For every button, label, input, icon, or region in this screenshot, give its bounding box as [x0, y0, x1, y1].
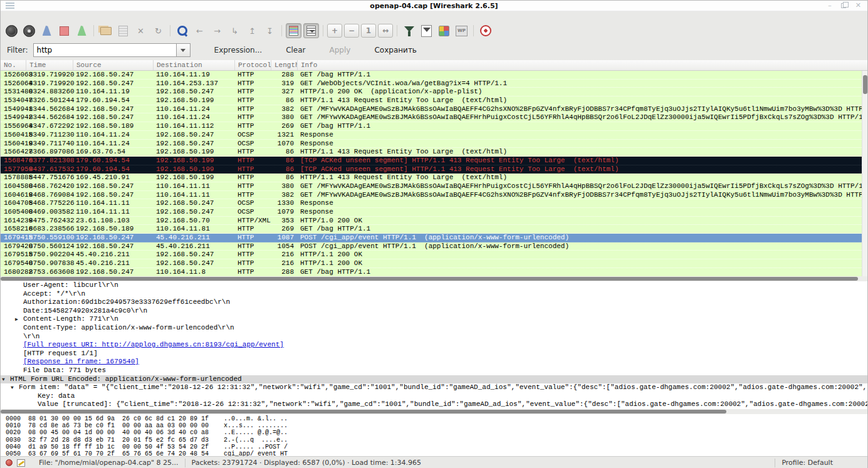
- expander-icon[interactable]: [15, 281, 23, 290]
- detail-line[interactable]: Authorization:69d1bc2949573e3337629eff61…: [1, 298, 867, 307]
- expander-icon[interactable]: [15, 290, 23, 299]
- colorize-packets-icon[interactable]: [286, 23, 301, 38]
- packet-row[interactable]: 1577959 8437.617532 179.60.194.54 192.16…: [1, 165, 862, 174]
- packet-row[interactable]: 1658216 8683.238566 192.168.50.189 110.1…: [1, 225, 862, 234]
- maximize-button[interactable]: [841, 3, 846, 8]
- save-file-icon[interactable]: [115, 23, 131, 38]
- expander-icon[interactable]: [15, 350, 23, 358]
- expander-icon[interactable]: ▼: [2, 375, 10, 384]
- go-forward-icon[interactable]: →: [209, 23, 225, 38]
- capture-filters-icon[interactable]: [401, 23, 417, 38]
- filter-input[interactable]: [33, 43, 176, 57]
- packet-row[interactable]: 1560415 8349.711230 110.164.11.24 192.16…: [1, 131, 862, 140]
- display-filters-icon[interactable]: [419, 23, 434, 38]
- packet-row[interactable]: 1549941 8344.562684 192.168.50.247 110.1…: [1, 105, 862, 114]
- expander-icon[interactable]: [15, 367, 23, 375]
- detail-line[interactable]: Date:15458274920x281a4c9c0\r\n: [1, 307, 867, 316]
- start-capture-icon[interactable]: [39, 23, 55, 38]
- find-packet-icon[interactable]: [174, 23, 190, 38]
- detail-line[interactable]: [Full request URI: http://applog.dhgames…: [1, 341, 867, 350]
- open-file-icon[interactable]: [98, 23, 113, 38]
- packet-row[interactable]: 1604705 8468.775226 110.164.11.11 192.16…: [1, 199, 862, 208]
- packet-row[interactable]: 1679540 8750.907838 45.40.216.211 192.16…: [1, 259, 862, 268]
- column-time[interactable]: Time: [26, 60, 73, 70]
- details-horizontal-scrollbar[interactable]: [1, 409, 867, 414]
- expert-info-icon[interactable]: [6, 459, 13, 466]
- expander-icon[interactable]: [15, 298, 23, 307]
- capture-options-icon[interactable]: [21, 23, 37, 38]
- minimize-button[interactable]: –: [828, 3, 832, 9]
- packet-row[interactable]: 1568476 8377.821308 179.60.194.54 192.16…: [1, 157, 862, 165]
- separator[interactable]: [168, 23, 172, 38]
- packet-row[interactable]: 1526064 8319.719920 192.168.50.247 110.1…: [1, 80, 862, 88]
- detail-line[interactable]: Value [truncated]: {"client_time":"2018-…: [1, 400, 867, 409]
- column-protocol[interactable]: Protocol: [235, 60, 271, 70]
- coloring-rules-icon[interactable]: [436, 23, 452, 38]
- separator[interactable]: [471, 23, 476, 38]
- packet-row[interactable]: 1614239 8475.762432 23.61.108.103 192.16…: [1, 217, 862, 226]
- packet-row[interactable]: 1560419 8349.711740 110.164.11.24 192.16…: [1, 140, 862, 148]
- packet-row[interactable]: 1679420 8750.560124 192.168.50.247 45.40…: [1, 242, 862, 251]
- go-back-icon[interactable]: ←: [192, 23, 207, 38]
- expander-icon[interactable]: [15, 324, 23, 333]
- column-length[interactable]: Length: [271, 60, 298, 70]
- detail-line[interactable]: [HTTP request 1/1]: [1, 350, 867, 358]
- packet-row[interactable]: 1679415 8750.559100 192.168.50.247 45.40…: [1, 234, 862, 242]
- packet-row[interactable]: 1531480 8324.883260 110.164.11.19 192.16…: [1, 88, 862, 96]
- expander-icon[interactable]: [15, 358, 23, 367]
- packet-row[interactable]: 1578885 8447.751676 169.45.210.91 192.16…: [1, 174, 862, 182]
- packet-row[interactable]: 1604619 8468.769084 192.168.50.247 110.1…: [1, 191, 862, 200]
- detail-line[interactable]: Key: data: [1, 392, 867, 401]
- column-source[interactable]: Source: [73, 60, 154, 70]
- packet-row[interactable]: 1604580 8468.762420 192.168.50.247 110.1…: [1, 182, 862, 191]
- clear-button[interactable]: Clear: [286, 46, 305, 55]
- go-to-packet-icon[interactable]: ↳: [227, 23, 243, 38]
- list-interfaces-icon[interactable]: [4, 23, 19, 38]
- help-icon[interactable]: [478, 23, 493, 38]
- packet-row[interactable]: 1556964 8347.672292 192.168.50.189 110.1…: [1, 122, 862, 131]
- packet-row[interactable]: 1605400 8469.003582 110.164.11.11 192.16…: [1, 208, 862, 217]
- packet-row[interactable]: 1534047 8326.501244 179.60.194.54 192.16…: [1, 96, 862, 105]
- separator[interactable]: [280, 23, 284, 38]
- zoom-100-icon[interactable]: 1: [361, 24, 376, 38]
- packet-row[interactable]: 1679515 8750.902204 45.40.216.211 192.16…: [1, 251, 862, 259]
- packet-list-horizontal-scrollbar[interactable]: [1, 276, 867, 281]
- close-button[interactable]: ✕: [855, 3, 861, 9]
- detail-line[interactable]: ▶ Content-Length: 771\r\n: [1, 315, 867, 324]
- detail-line[interactable]: \r\n: [1, 333, 867, 341]
- go-to-bottom-icon[interactable]: ↧: [262, 23, 278, 38]
- reload-file-icon[interactable]: ↻: [150, 23, 166, 38]
- packet-row[interactable]: 1526063 8319.719920 192.168.50.247 110.1…: [1, 71, 862, 80]
- packet-row[interactable]: 1566427 8366.897086 169.63.76.54 192.168…: [1, 148, 862, 157]
- status-profile[interactable]: Profile: Default: [782, 459, 867, 467]
- close-file-icon[interactable]: ✕: [133, 23, 149, 38]
- expander-icon[interactable]: [15, 333, 23, 341]
- expander-icon[interactable]: [29, 400, 38, 409]
- expression-button[interactable]: Expression...: [214, 46, 263, 55]
- apply-button[interactable]: Apply: [330, 46, 351, 55]
- resize-columns-icon[interactable]: ↔: [378, 24, 393, 38]
- detail-line[interactable]: ▼ Form item: "data" = "{"client_time":"2…: [1, 383, 867, 392]
- detail-line[interactable]: [Response in frame: 1679540]: [1, 358, 867, 367]
- stop-capture-icon[interactable]: [56, 23, 72, 38]
- expander-icon[interactable]: [15, 341, 23, 350]
- detail-line[interactable]: Accept: */*\r\n: [1, 290, 867, 299]
- packet-list-vertical-scrollbar[interactable]: [862, 71, 867, 276]
- filter-dropdown-icon[interactable]: [176, 43, 191, 57]
- column-no[interactable]: No.: [1, 60, 26, 70]
- save-filter-button[interactable]: Сохранить: [374, 46, 417, 55]
- expander-icon[interactable]: [15, 307, 23, 316]
- annotation-icon[interactable]: [17, 459, 25, 467]
- go-to-top-icon[interactable]: ↥: [244, 23, 260, 38]
- detail-line[interactable]: User-Agent: libcurl\r\n: [1, 281, 867, 290]
- column-info[interactable]: Info: [298, 60, 867, 70]
- detail-line[interactable]: Content-Type: application/x-www-form-url…: [1, 324, 867, 333]
- separator[interactable]: [395, 23, 399, 38]
- zoom-out-icon[interactable]: −: [344, 24, 359, 38]
- packet-row[interactable]: 1680282 8753.663608 192.168.50.247 110.1…: [1, 268, 862, 276]
- separator[interactable]: [321, 23, 325, 38]
- packet-row[interactable]: 1549942 8344.562684 192.168.50.247 110.1…: [1, 113, 862, 122]
- expander-icon[interactable]: ▼: [11, 383, 19, 392]
- detail-line[interactable]: ▼ HTML Form URL Encoded: application/x-w…: [1, 375, 867, 384]
- expander-icon[interactable]: ▶: [15, 315, 23, 324]
